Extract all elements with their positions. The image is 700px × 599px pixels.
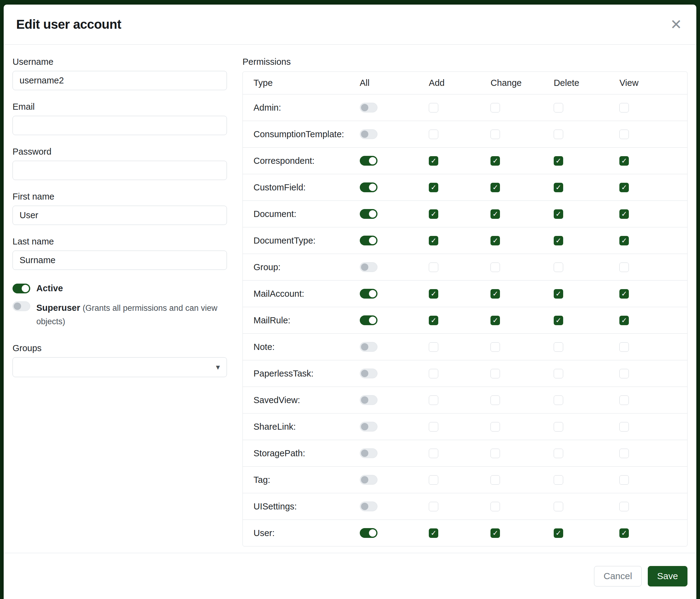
permission-add-checkbox[interactable]: ✓ — [429, 528, 438, 538]
permission-view-checkbox[interactable] — [619, 475, 629, 485]
permission-view-checkbox[interactable] — [619, 396, 629, 405]
permission-add-checkbox[interactable] — [429, 475, 438, 485]
permission-delete-checkbox[interactable] — [554, 369, 563, 378]
permission-all-toggle[interactable] — [360, 448, 377, 458]
permission-view-checkbox[interactable]: ✓ — [619, 289, 629, 298]
permission-delete-checkbox[interactable] — [554, 342, 563, 352]
permission-change-checkbox[interactable]: ✓ — [491, 236, 500, 245]
permission-view-checkbox[interactable] — [619, 263, 629, 272]
permission-change-checkbox[interactable] — [491, 342, 500, 352]
permission-add-checkbox[interactable] — [429, 103, 438, 113]
permission-add-checkbox[interactable] — [429, 342, 438, 352]
permission-delete-checkbox[interactable] — [554, 263, 563, 272]
permission-view-checkbox[interactable]: ✓ — [619, 209, 629, 219]
permission-view-checkbox[interactable] — [619, 103, 629, 113]
permission-all-toggle[interactable] — [360, 129, 377, 139]
permission-type-label: UISettings: — [243, 502, 297, 511]
permission-change-checkbox[interactable]: ✓ — [491, 528, 500, 538]
permission-add-checkbox[interactable] — [429, 422, 438, 432]
permission-all-toggle[interactable] — [360, 502, 377, 511]
permission-delete-checkbox[interactable] — [554, 103, 563, 113]
email-input[interactable] — [12, 116, 227, 135]
permission-view-checkbox[interactable]: ✓ — [619, 528, 629, 538]
password-input[interactable] — [12, 161, 227, 180]
permission-add-checkbox[interactable]: ✓ — [429, 183, 438, 192]
close-button[interactable]: ✕ — [670, 18, 682, 31]
permission-view-checkbox[interactable] — [619, 422, 629, 432]
permission-all-toggle[interactable] — [360, 209, 377, 219]
permission-add-checkbox[interactable]: ✓ — [429, 209, 438, 219]
permission-view-checkbox[interactable] — [619, 129, 629, 139]
groups-select[interactable]: ▾ — [12, 357, 227, 377]
last-name-input[interactable] — [12, 250, 227, 270]
permission-add-checkbox[interactable]: ✓ — [429, 236, 438, 245]
permission-all-toggle[interactable] — [360, 289, 377, 298]
permission-delete-checkbox[interactable] — [554, 475, 563, 485]
permission-add-checkbox[interactable]: ✓ — [429, 156, 438, 166]
permission-add-checkbox[interactable] — [429, 129, 438, 139]
permission-delete-checkbox[interactable] — [554, 129, 563, 139]
permission-all-toggle[interactable] — [360, 156, 377, 166]
permission-change-checkbox[interactable] — [491, 475, 500, 485]
permission-change-checkbox[interactable] — [491, 422, 500, 432]
permission-delete-checkbox[interactable]: ✓ — [554, 289, 563, 298]
permission-add-checkbox[interactable] — [429, 449, 438, 458]
permission-delete-checkbox[interactable]: ✓ — [554, 316, 563, 325]
permission-delete-checkbox[interactable] — [554, 449, 563, 458]
permission-change-checkbox[interactable] — [491, 263, 500, 272]
permission-add-checkbox[interactable] — [429, 396, 438, 405]
permission-change-checkbox[interactable]: ✓ — [491, 156, 500, 166]
permission-view-checkbox[interactable]: ✓ — [619, 236, 629, 245]
permission-all-toggle[interactable] — [360, 528, 377, 538]
permission-view-checkbox[interactable]: ✓ — [619, 183, 629, 192]
permission-add-checkbox[interactable] — [429, 502, 438, 511]
permission-add-checkbox[interactable]: ✓ — [429, 316, 438, 325]
username-input[interactable] — [12, 71, 227, 90]
permission-change-checkbox[interactable]: ✓ — [491, 209, 500, 219]
check-icon: ✓ — [492, 211, 498, 218]
save-button[interactable]: Save — [648, 566, 688, 586]
permission-change-checkbox[interactable] — [491, 129, 500, 139]
permission-change-checkbox[interactable] — [491, 502, 500, 511]
permission-view-checkbox[interactable] — [619, 502, 629, 511]
check-icon: ✓ — [492, 290, 498, 297]
permission-add-checkbox[interactable]: ✓ — [429, 289, 438, 298]
permission-delete-checkbox[interactable]: ✓ — [554, 156, 563, 166]
permission-view-checkbox[interactable]: ✓ — [619, 156, 629, 166]
permission-view-checkbox[interactable] — [619, 449, 629, 458]
permission-delete-checkbox[interactable]: ✓ — [554, 183, 563, 192]
check-icon: ✓ — [621, 211, 627, 218]
permission-all-toggle[interactable] — [360, 183, 377, 192]
permission-all-toggle[interactable] — [360, 368, 377, 378]
superuser-toggle[interactable] — [12, 301, 30, 311]
permission-delete-checkbox[interactable]: ✓ — [554, 236, 563, 245]
permission-all-toggle[interactable] — [360, 342, 377, 352]
permission-view-checkbox[interactable]: ✓ — [619, 316, 629, 325]
permission-all-toggle[interactable] — [360, 475, 377, 485]
permission-delete-checkbox[interactable] — [554, 502, 563, 511]
permission-change-checkbox[interactable]: ✓ — [491, 316, 500, 325]
permission-all-toggle[interactable] — [360, 315, 377, 325]
permission-view-checkbox[interactable] — [619, 342, 629, 352]
permission-change-checkbox[interactable] — [491, 396, 500, 405]
permission-all-toggle[interactable] — [360, 103, 377, 113]
permission-change-checkbox[interactable] — [491, 369, 500, 378]
permission-delete-checkbox[interactable]: ✓ — [554, 209, 563, 219]
permission-all-toggle[interactable] — [360, 422, 377, 432]
permission-all-toggle[interactable] — [360, 262, 377, 272]
permission-add-checkbox[interactable] — [429, 369, 438, 378]
first-name-input[interactable] — [12, 206, 227, 225]
permission-change-checkbox[interactable]: ✓ — [491, 183, 500, 192]
active-toggle[interactable] — [12, 284, 30, 293]
cancel-button[interactable]: Cancel — [594, 566, 641, 586]
permission-delete-checkbox[interactable]: ✓ — [554, 528, 563, 538]
permission-change-checkbox[interactable] — [491, 103, 500, 113]
permission-add-checkbox[interactable] — [429, 263, 438, 272]
permission-all-toggle[interactable] — [360, 395, 377, 405]
permission-change-checkbox[interactable]: ✓ — [491, 289, 500, 298]
permission-all-toggle[interactable] — [360, 236, 377, 245]
permission-delete-checkbox[interactable] — [554, 422, 563, 432]
permission-change-checkbox[interactable] — [491, 449, 500, 458]
permission-view-checkbox[interactable] — [619, 369, 629, 378]
permission-delete-checkbox[interactable] — [554, 396, 563, 405]
